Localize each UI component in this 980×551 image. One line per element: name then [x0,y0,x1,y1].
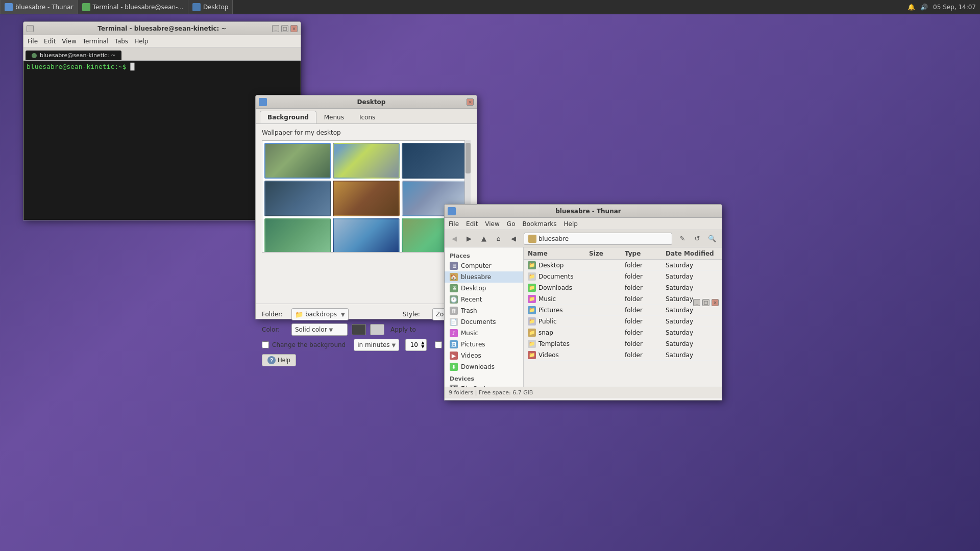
file-icon: 📁 [528,295,536,303]
thunar-menu-file[interactable]: File [449,220,459,228]
taskbar-app-thunar[interactable]: bluesabre - Thunar [0,0,78,14]
table-row[interactable]: 📁 Downloads folder Saturday [524,282,722,293]
terminal-menu-view[interactable]: View [62,38,76,45]
spinner-down[interactable]: ▼ [421,345,424,349]
file-icon: 📁 [528,306,536,314]
reload-button[interactable]: ↺ [691,232,704,245]
thunar-minimize-btn[interactable]: _ [693,299,700,306]
thunar-menu-go[interactable]: Go [507,220,516,228]
taskbar-notifications: 🔔 [908,4,915,11]
taskbar: bluesabre - Thunar Terminal - bluesabre@… [0,0,980,14]
sidebar-item-recent[interactable]: 🕐 Recent [445,294,523,305]
sidebar-item-desktop[interactable]: 🖥 Desktop [445,283,523,294]
wallpaper-2[interactable] [333,143,399,179]
terminal-menu-tabs[interactable]: Tabs [115,38,129,45]
forward-button[interactable]: ▶ [462,232,476,245]
terminal-tab-1[interactable]: bluesabre@sean-kinetic: ~ [26,51,121,60]
color-dropdown-arrow: ▼ [329,327,333,333]
file-name: Downloads [538,284,572,291]
wallpaper-5[interactable] [333,181,399,216]
sidebar-item-home[interactable]: 🏠 bluesabre [445,271,523,283]
color-dropdown[interactable]: Solid color ▼ [291,323,348,336]
taskbar-app-desktop[interactable]: Desktop [188,0,233,14]
sidebar-item-computer[interactable]: 🖥 Computer [445,260,523,271]
tab-menus[interactable]: Menus [316,111,352,123]
thunar-menu-help[interactable]: Help [564,220,578,228]
random-checkbox[interactable] [435,341,442,348]
sidebar-item-trash[interactable]: 🗑 Trash [445,305,523,316]
scrollbar-thumb[interactable] [465,143,471,173]
desktop-settings-close-btn[interactable]: × [467,98,474,106]
wallpaper-grid [262,140,471,253]
thunar-maximize-btn[interactable]: □ [702,299,709,306]
sidebar-item-pictures[interactable]: 🖼 Pictures [445,339,523,350]
col-header-date[interactable]: Date Modified [664,250,720,257]
trash-icon: 🗑 [450,307,458,315]
taskbar-app-terminal[interactable]: Terminal - bluesabre@sean-... [78,0,188,14]
home-button[interactable]: ⌂ [492,232,505,245]
thunar-menu-edit[interactable]: Edit [466,220,478,228]
prev-location-button[interactable]: ◀ [507,232,520,245]
edit-location-button[interactable]: ✎ [676,232,689,245]
taskbar-datetime: 05 Sep, 14:07 [933,4,976,11]
desktop-sidebar-icon: 🖥 [450,284,458,292]
location-bar[interactable]: bluesabre [524,233,672,245]
table-row[interactable]: 📁 Templates folder Saturday [524,338,722,349]
file-date: Saturday [664,273,720,280]
sidebar-label-pictures: Pictures [461,341,485,348]
sidebar-item-videos[interactable]: ▶ Videos [445,350,523,361]
col-header-type[interactable]: Type [623,250,664,257]
table-row[interactable]: 📁 Public folder Saturday [524,316,722,327]
thunar-menu-bookmarks[interactable]: Bookmarks [522,220,556,228]
desktop-icon-taskbar [192,3,201,11]
table-row[interactable]: 📁 Videos folder Saturday [524,349,722,361]
sidebar-item-filesystem[interactable]: 💾 File System [445,383,523,387]
wallpaper-8[interactable] [333,218,399,253]
wallpaper-1[interactable] [264,143,331,179]
thunar-sidebar: Places 🖥 Computer 🏠 bluesabre 🖥 Desktop … [445,247,524,387]
terminal-minimize-btn[interactable] [27,25,34,32]
desktop-settings-controls: × [467,98,474,106]
thunar-close-btn[interactable]: × [712,299,719,306]
col-header-size[interactable]: Size [587,250,623,257]
wallpaper-4[interactable] [264,181,331,216]
terminal-menu-terminal[interactable]: Terminal [83,38,109,45]
help-button[interactable]: ? Help [262,354,296,366]
table-row[interactable]: 📁 Documents folder Saturday [524,271,722,282]
back-button[interactable]: ◀ [448,232,461,245]
color-swatch-light[interactable] [370,324,384,335]
filelist-header: Name Size Type Date Modified [524,247,722,260]
wallpaper-3[interactable] [402,143,468,179]
sidebar-label-home: bluesabre [461,273,491,281]
file-icon: 📁 [528,340,536,348]
sidebar-item-downloads[interactable]: ⬇ Downloads [445,361,523,372]
terminal-menu-edit[interactable]: Edit [44,38,56,45]
file-icon: 📁 [528,351,536,359]
settings-tabs: Background Menus Icons [256,109,477,124]
folder-dropdown[interactable]: 📁 backdrops ▼ [291,308,349,320]
interval-dropdown[interactable]: in minutes ▼ [354,339,399,351]
up-button[interactable]: ▲ [477,232,491,245]
table-row[interactable]: 📁 snap folder Saturday [524,327,722,338]
tab-background[interactable]: Background [260,111,316,123]
sidebar-item-music[interactable]: ♪ Music [445,328,523,339]
terminal-maximize-button[interactable]: □ [281,25,288,32]
terminal-menu-help[interactable]: Help [134,38,148,45]
search-button[interactable]: 🔍 [705,232,719,245]
color-swatch-dark[interactable] [352,324,366,335]
terminal-menu-file[interactable]: File [28,38,38,45]
style-label: Style: [403,311,428,318]
table-row[interactable]: 📁 Music folder Saturday [524,293,722,305]
taskbar-app-desktop-label: Desktop [203,4,229,11]
thunar-menu-view[interactable]: View [485,220,499,228]
change-bg-checkbox[interactable] [262,341,269,348]
col-header-name[interactable]: Name [526,250,587,257]
terminal-close-button[interactable]: × [290,25,298,32]
terminal-minimize-button[interactable]: _ [272,25,279,32]
wallpaper-7[interactable] [264,218,331,253]
terminal-icon [82,3,90,11]
tab-icons[interactable]: Icons [352,111,383,123]
sidebar-item-documents[interactable]: 📄 Documents [445,316,523,328]
table-row[interactable]: 📁 Desktop folder Saturday [524,260,722,271]
table-row[interactable]: 📁 Pictures folder Saturday [524,305,722,316]
